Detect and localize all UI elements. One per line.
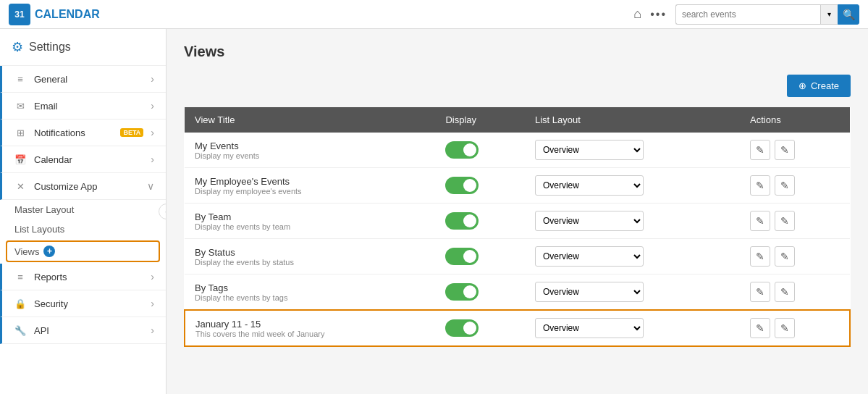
edit-action-button[interactable]: ✎ [775, 211, 795, 231]
create-plus-icon: ⊕ [799, 80, 806, 91]
view-actions-cell: ✎✎ [740, 204, 850, 239]
table-row: By StatusDisplay the events by statusOve… [185, 239, 850, 274]
display-toggle[interactable] [445, 248, 479, 265]
edit-action-button[interactable]: ✎ [775, 318, 795, 338]
sidebar-item-label: Notifications [34, 127, 110, 138]
customize-icon: ✕ [14, 181, 27, 192]
submenu-label: List Layouts [14, 224, 64, 235]
view-actions-cell: ✎✎ [740, 274, 850, 311]
submenu-item-list-layouts[interactable]: List Layouts [0, 219, 166, 239]
sidebar-item-label: API [34, 325, 143, 336]
more-icon[interactable]: ••• [650, 8, 667, 21]
beta-badge: BETA [120, 128, 143, 137]
layout-select[interactable]: OverviewListCompact [535, 175, 644, 196]
edit-button[interactable]: ✎ [750, 318, 770, 338]
customize-submenu: Master Layout List Layouts Views + [0, 200, 166, 262]
view-layout-cell: OverviewListCompact [525, 133, 740, 168]
submenu-item-master-layout[interactable]: Master Layout [0, 200, 166, 219]
view-layout-cell: OverviewListCompact [525, 168, 740, 204]
sidebar-item-calendar[interactable]: 📅 Calendar › [0, 146, 166, 173]
display-toggle[interactable] [445, 141, 479, 159]
email-icon: ✉ [14, 101, 27, 112]
main-content: Views ⊕ Create View Title Display List L… [167, 29, 868, 394]
layout-select[interactable]: OverviewListCompact [535, 318, 644, 338]
table-header-row: View Title Display List Layout Actions [185, 107, 850, 133]
edit-button[interactable]: ✎ [750, 246, 770, 267]
sidebar-item-customize[interactable]: ✕ Customize App ∨ [0, 173, 166, 200]
sidebar-item-label: Email [34, 101, 143, 112]
edit-action-button[interactable]: ✎ [775, 175, 795, 196]
table-row: My EventsDisplay my eventsOverviewListCo… [185, 133, 850, 168]
view-title-main: By Team [195, 211, 425, 222]
view-title-cell: My Employee's EventsDisplay my employee'… [185, 168, 435, 204]
view-title-sub: Display the events by tags [195, 293, 425, 302]
edit-action-button[interactable]: ✎ [775, 140, 795, 160]
security-icon: 🔒 [14, 298, 27, 309]
home-icon[interactable]: ⌂ [633, 7, 641, 22]
layout-select[interactable]: OverviewListCompact [535, 140, 644, 160]
view-layout-cell: OverviewListCompact [525, 239, 740, 274]
display-toggle[interactable] [445, 319, 479, 337]
search-dropdown-button[interactable]: ▾ [820, 4, 838, 25]
chevron-right-icon: › [151, 298, 154, 309]
sidebar-item-general[interactable]: ≡ General › [0, 66, 166, 93]
view-title-main: By Tags [195, 282, 425, 293]
display-toggle[interactable] [445, 283, 479, 301]
view-actions-cell: ✎✎ [740, 310, 850, 346]
view-display-cell [435, 274, 525, 311]
app-logo[interactable]: 31 CALENDAR [9, 4, 100, 25]
layout-select[interactable]: OverviewListCompact [535, 246, 644, 267]
view-title-main: My Events [195, 141, 425, 151]
chevron-right-icon: › [151, 154, 154, 165]
view-layout-cell: OverviewListCompact [525, 310, 740, 346]
create-button[interactable]: ⊕ Create [787, 75, 851, 97]
search-container: ▾ 🔍 [675, 4, 859, 25]
view-display-cell [435, 168, 525, 204]
table-row: January 11 - 15This covers the mid week … [185, 310, 850, 346]
sidebar-item-api[interactable]: 🔧 API › [0, 317, 166, 344]
layout-select[interactable]: OverviewListCompact [535, 211, 644, 231]
view-title-cell: By StatusDisplay the events by status [185, 239, 435, 274]
chevron-right-icon: › [151, 271, 154, 282]
view-title-main: My Employee's Events [195, 176, 425, 187]
display-toggle[interactable] [445, 212, 479, 230]
table-row: By TagsDisplay the events by tagsOvervie… [185, 274, 850, 311]
edit-button[interactable]: ✎ [750, 140, 770, 160]
views-add-icon[interactable]: + [43, 246, 55, 257]
view-display-cell [435, 133, 525, 168]
edit-button[interactable]: ✎ [750, 282, 770, 302]
layout-select[interactable]: OverviewListCompact [535, 282, 644, 302]
chevron-right-icon: › [151, 324, 154, 336]
edit-action-button[interactable]: ✎ [775, 246, 795, 267]
edit-button[interactable]: ✎ [750, 175, 770, 196]
view-title-sub: Display my events [195, 151, 425, 160]
sidebar-item-security[interactable]: 🔒 Security › [0, 290, 166, 317]
view-actions-cell: ✎✎ [740, 133, 850, 168]
search-input[interactable] [675, 4, 820, 25]
sidebar-item-notifications[interactable]: ⊞ Notifications BETA › [0, 120, 166, 146]
view-actions-cell: ✎✎ [740, 168, 850, 204]
sidebar-item-email[interactable]: ✉ Email › [0, 93, 166, 120]
view-display-cell [435, 204, 525, 239]
view-title-main: By Status [195, 247, 425, 258]
table-row: By TeamDisplay the events by teamOvervie… [185, 204, 850, 239]
reports-icon: ≡ [14, 272, 27, 282]
view-title-cell: By TeamDisplay the events by team [185, 204, 435, 239]
create-button-label: Create [811, 80, 839, 91]
view-layout-cell: OverviewListCompact [525, 204, 740, 239]
view-display-cell [435, 239, 525, 274]
table-row: My Employee's EventsDisplay my employee'… [185, 168, 850, 204]
col-list-layout: List Layout [525, 107, 740, 133]
view-title-sub: This covers the mid week of January [195, 330, 425, 338]
col-actions: Actions [740, 107, 850, 133]
sidebar-item-reports[interactable]: ≡ Reports › [0, 264, 166, 290]
submenu-item-views[interactable]: Views + [6, 240, 160, 262]
logo-icon: 31 [9, 4, 30, 25]
sidebar: ⚙ Settings ≡ General › ✉ Email › ⊞ Notif… [0, 29, 167, 394]
edit-button[interactable]: ✎ [750, 211, 770, 231]
search-submit-button[interactable]: 🔍 [838, 4, 859, 25]
edit-action-button[interactable]: ✎ [775, 282, 795, 302]
view-title-cell: My EventsDisplay my events [185, 133, 435, 168]
display-toggle[interactable] [445, 177, 479, 194]
api-icon: 🔧 [14, 325, 27, 336]
